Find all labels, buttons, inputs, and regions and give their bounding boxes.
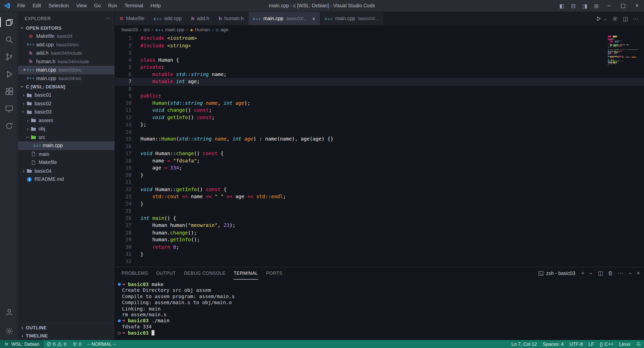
panel-tab-debug-console[interactable]: DEBUG CONSOLE (184, 267, 225, 279)
tree-item[interactable]: ›obj (18, 125, 115, 133)
tree-item[interactable]: ›src (18, 133, 115, 141)
maximize-panel-icon[interactable]: › (627, 271, 633, 275)
toggle-panel-icon[interactable]: ⊟ (568, 3, 579, 9)
more-actions-icon[interactable]: ⋯ (633, 15, 638, 21)
terminal-line: ➜ basic03 ./main (117, 318, 644, 324)
notifications-bell[interactable] (633, 341, 644, 346)
close-button[interactable]: × (630, 0, 644, 12)
ports-indicator[interactable]: 0 (69, 340, 84, 348)
breadcrumb-item[interactable]: basic03 (122, 27, 138, 32)
language-mode[interactable]: {}C++ (597, 341, 616, 346)
open-editor-item[interactable]: hhuman.hbasic04/include (18, 57, 115, 66)
run-debug-icon[interactable] (0, 65, 18, 83)
menu-selection[interactable]: Selection (45, 0, 72, 12)
breadcrumb-label: main.cpp (165, 27, 184, 32)
more-actions-icon[interactable]: ⋯ (106, 16, 111, 21)
bell-icon (636, 341, 641, 346)
file-icon: h (27, 59, 34, 64)
remote-explorer-icon[interactable] (0, 100, 18, 117)
close-icon[interactable]: × (312, 15, 315, 21)
close-panel-icon[interactable]: × (637, 270, 640, 276)
minimap[interactable] (608, 36, 638, 66)
tab-label: Makefile (126, 16, 144, 21)
open-editors-header[interactable]: › OPEN EDITORS (18, 24, 115, 32)
menu-file[interactable]: File (14, 0, 29, 12)
panel-tab-terminal[interactable]: TERMINAL (234, 267, 258, 279)
run-dropdown-icon[interactable]: ⌄ (603, 16, 607, 21)
maximize-button[interactable]: ▢ (616, 0, 630, 12)
gear-icon[interactable] (0, 323, 18, 340)
settings-gear-icon[interactable] (612, 15, 618, 21)
extensions-icon[interactable] (0, 83, 18, 100)
editor-tab[interactable]: C++main.cppbasic04/... (320, 12, 384, 25)
code-line: 32 (115, 258, 644, 265)
tree-item[interactable]: ›assem (18, 116, 115, 124)
open-editor-item[interactable]: ⚙Makefilebasic04 (18, 32, 115, 40)
os[interactable]: Linux (616, 341, 633, 346)
toggle-secondary-sidebar-icon[interactable]: ◨ (579, 3, 591, 9)
terminal-session-picker[interactable]: zsh - basic03 (538, 270, 575, 276)
breadcrumb-item[interactable]: C++main.cpp (155, 27, 184, 32)
files-icon[interactable] (0, 14, 18, 31)
more-actions-icon[interactable]: ⋯ (618, 270, 623, 276)
split-terminal-icon[interactable]: ◫ (598, 270, 603, 276)
outline-header[interactable]: › OUTLINE (18, 323, 115, 332)
editor-tab[interactable]: hadd.h (187, 12, 214, 25)
menu-go[interactable]: Go (91, 0, 105, 12)
breadcrumb-item[interactable]: src (144, 27, 150, 32)
menu-run[interactable]: Run (104, 0, 121, 12)
remote-indicator[interactable]: WSL: Debian (0, 340, 44, 348)
code-line: 6 mutable std::string name; (115, 71, 644, 78)
account-icon[interactable] (0, 304, 18, 321)
encoding[interactable]: UTF-8 (567, 341, 586, 346)
panel-tab-output[interactable]: OUTPUT (156, 267, 176, 279)
tree-item[interactable]: ›basic01 (18, 91, 115, 99)
editor-tab[interactable]: C++add.cpp (149, 12, 187, 25)
tree-item[interactable]: ›basic02 (18, 99, 115, 108)
editor-tab[interactable]: hhuman.h (214, 12, 248, 25)
panel-tab-ports[interactable]: PORTS (266, 267, 283, 279)
indentation[interactable]: Spaces: 4 (540, 341, 567, 346)
editor-tab[interactable]: ⚙Makefile (115, 12, 149, 25)
close-icon[interactable]: × (21, 67, 27, 73)
cursor-position[interactable]: Ln 7, Col 12 (509, 341, 540, 346)
menu-help[interactable]: Help (147, 0, 165, 12)
sync-icon[interactable] (0, 117, 18, 134)
open-editor-item[interactable]: C++main.cppbasic04/src (18, 74, 115, 83)
menu-terminal[interactable]: Terminal (121, 0, 147, 12)
tree-item[interactable]: iREADME.md (18, 175, 115, 184)
menu-view[interactable]: View (72, 0, 91, 12)
tree-item[interactable]: C++main.cpp (18, 142, 115, 150)
timeline-header[interactable]: › TIMELINE (18, 332, 115, 340)
breadcrumb-item[interactable]: ◇age (216, 27, 228, 32)
panel-tab-problems[interactable]: PROBLEMS (122, 267, 148, 279)
editor-tab[interactable]: C++main.cppbasic03/...× (249, 12, 320, 25)
open-editor-item[interactable]: C++add.cppbasic04/src (18, 41, 115, 49)
menu-edit[interactable]: Edit (29, 0, 45, 12)
breadcrumb-item[interactable]: ◈Human (190, 27, 210, 32)
open-editor-item[interactable]: ×C++main.cppbasic03/src (18, 66, 115, 74)
toggle-sidebar-icon[interactable]: ◧ (556, 3, 568, 9)
tree-item[interactable]: ›basic03 (18, 108, 115, 116)
tree-item[interactable]: main (18, 150, 115, 158)
editor-actions: ⌄◫⋯ (596, 12, 644, 25)
eol[interactable]: LF (586, 341, 597, 346)
kill-terminal-icon[interactable] (608, 270, 613, 276)
file-icon: ⚙ (27, 33, 34, 39)
code-editor[interactable]: 1#include <iostream>2#include <string>34… (115, 34, 644, 267)
minimize-button[interactable]: – (602, 0, 616, 12)
tree-item[interactable]: ›basic04 (18, 167, 115, 175)
tree-item[interactable]: Makefile (18, 158, 115, 167)
customize-layout-icon[interactable]: ⊞ (591, 3, 602, 9)
search-icon[interactable] (0, 31, 18, 48)
new-terminal-icon[interactable]: + (581, 270, 584, 276)
terminal-dropdown-icon[interactable]: › (588, 271, 594, 275)
split-editor-icon[interactable]: ◫ (623, 15, 628, 21)
problems-indicator[interactable]: 00 (44, 340, 69, 348)
source-control-icon[interactable] (0, 48, 18, 65)
run-button[interactable] (596, 15, 602, 21)
workspace-header[interactable]: › C [WSL: DEBIAN] (18, 83, 115, 91)
terminal[interactable]: ➜ basic03 makeCreate Directory src obj a… (115, 279, 644, 340)
tab-label: main.cpp (335, 16, 355, 21)
open-editor-item[interactable]: hadd.hbasic04/include (18, 49, 115, 57)
